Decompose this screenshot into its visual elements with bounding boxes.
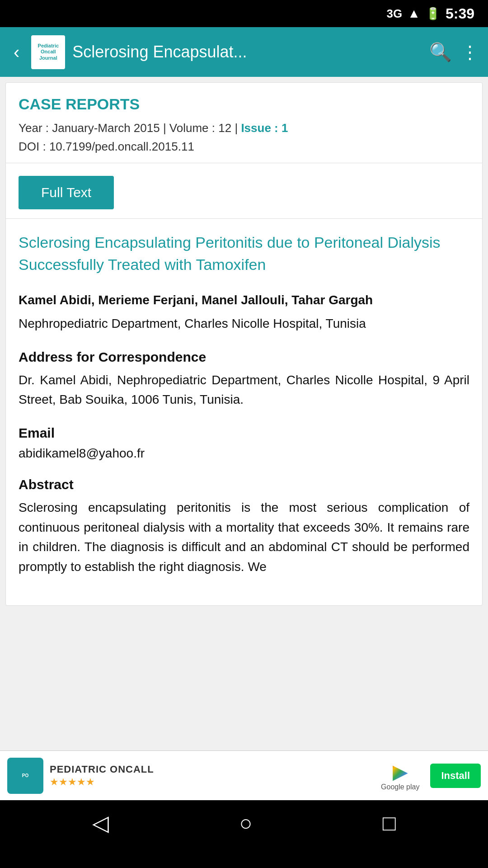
address-body: Dr. Kamel Abidi, Nephropediatric Departm… [19,370,469,410]
header-icons: 🔍 ⋮ [429,42,479,63]
article-card: CASE REPORTS Year : January-March 2015 |… [5,82,483,606]
app-logo: Pediatric Oncall Journal [31,35,65,69]
nav-bar: ◁ ○ □ [0,800,488,845]
logo-line3: Journal [39,55,57,61]
article-title: Sclerosing Encapsulating Peritonitis due… [19,231,469,276]
email-value: abidikamel8@yahoo.fr [19,446,469,461]
ad-logo-text: PO [22,773,28,778]
ad-text-block: PEDIATRIC ONCALL ★★★★★ [50,764,375,788]
search-icon[interactable]: 🔍 [429,42,452,63]
install-button[interactable]: Install [430,764,481,788]
logo-line2: Oncall [41,49,56,55]
issue-link[interactable]: Issue : 1 [241,121,288,135]
doi-line: DOI : 10.7199/ped.oncall.2015.11 [19,140,469,154]
abstract-heading: Abstract [19,477,469,492]
clock: 5:39 [446,5,474,22]
more-options-icon[interactable]: ⋮ [461,42,479,62]
year-volume-line: Year : January-March 2015 | Volume : 12 … [19,119,469,137]
google-play-text: Google play [381,783,419,791]
play-store-icon: ▶ [393,760,408,783]
status-bar-right: 3G ▲ 🔋 5:39 [387,5,474,22]
battery-icon: 🔋 [426,7,440,21]
address-heading: Address for Correspondence [19,349,469,365]
logo-line1: Pediatric [38,43,59,49]
email-heading: Email [19,425,469,441]
network-indicator: 3G [387,7,403,21]
ad-stars: ★★★★★ [50,776,375,788]
nav-recent-icon[interactable]: □ [383,811,396,835]
main-content: CASE REPORTS Year : January-March 2015 |… [0,77,488,750]
full-text-button[interactable]: Full Text [19,176,114,209]
status-bar: 3G ▲ 🔋 5:39 [0,0,488,27]
authors: Kamel Abidi, Merieme Ferjani, Manel Jall… [19,291,469,310]
header-title: Sclerosing Encapsulat... [72,42,422,61]
back-button[interactable]: ‹ [9,38,24,67]
article-body: Sclerosing Encapsulating Peritonitis due… [6,219,482,605]
nav-back-icon[interactable]: ◁ [92,810,109,835]
ad-banner: PO PEDIATRIC ONCALL ★★★★★ ▶ Google play … [0,750,488,800]
case-reports-label: CASE REPORTS [19,95,469,113]
abstract-body: Sclerosing encapsulating peritonitis is … [19,498,469,576]
institution: Nephropediatric Department, Charles Nico… [19,314,469,333]
meta-section: CASE REPORTS Year : January-March 2015 |… [6,83,482,163]
signal-icon: ▲ [408,6,420,21]
full-text-section: Full Text [6,163,482,219]
app-header: ‹ Pediatric Oncall Journal Sclerosing En… [0,27,488,77]
nav-home-icon[interactable]: ○ [239,811,252,835]
year-volume-text: Year : January-March 2015 | Volume : 12 … [19,121,241,135]
ad-title: PEDIATRIC ONCALL [50,764,375,775]
google-play-icon: ▶ Google play [381,760,419,791]
ad-logo: PO [7,758,43,794]
